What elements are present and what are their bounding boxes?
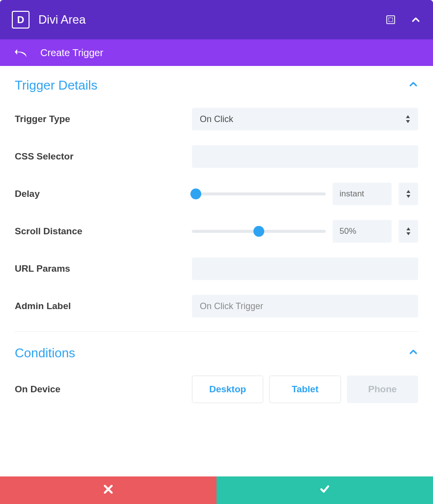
- app-title: Divi Area: [38, 13, 386, 27]
- field-admin-label: Admin Label: [15, 295, 418, 317]
- slider-delay[interactable]: [192, 192, 326, 195]
- section-title-conditions: Conditions: [15, 346, 75, 361]
- field-trigger-type: Trigger Type On Click: [15, 108, 418, 130]
- label-on-device: On Device: [15, 384, 192, 395]
- device-btn-desktop[interactable]: Desktop: [192, 376, 263, 403]
- field-on-device: On Device DesktopTabletPhone: [15, 376, 418, 403]
- close-icon: [103, 483, 113, 497]
- label-css-selector: CSS Selector: [15, 151, 192, 162]
- input-url-params[interactable]: [192, 257, 418, 280]
- slider-unit-scroll[interactable]: [399, 220, 418, 243]
- section-title-trigger: Trigger Details: [15, 78, 97, 93]
- select-trigger-type-value: On Click: [200, 114, 233, 125]
- section-header-trigger[interactable]: Trigger Details: [15, 78, 418, 93]
- input-admin-label[interactable]: [192, 295, 418, 317]
- select-trigger-type[interactable]: On Click: [192, 108, 418, 130]
- slider-value-scroll[interactable]: 50%: [333, 220, 392, 243]
- slider-value-delay[interactable]: instant: [333, 183, 392, 205]
- app-logo-icon: D: [12, 11, 30, 29]
- label-url-params: URL Params: [15, 263, 192, 274]
- app-logo-letter: D: [17, 14, 24, 26]
- cancel-button[interactable]: [0, 476, 216, 504]
- chevron-up-icon: [408, 79, 418, 92]
- sort-icon: [405, 115, 410, 123]
- slider-scroll-distance[interactable]: [192, 230, 326, 233]
- slider-unit-delay[interactable]: [399, 183, 418, 205]
- label-scroll-distance: Scroll Distance: [15, 226, 192, 237]
- collapse-chevron-icon[interactable]: [410, 14, 421, 25]
- chevron-up-icon: [408, 347, 418, 360]
- check-icon: [319, 483, 330, 497]
- sub-header: Create Trigger: [0, 39, 433, 66]
- back-arrow-icon[interactable]: [15, 47, 28, 58]
- slider-thumb-delay[interactable]: [190, 189, 201, 199]
- content-area: Trigger Details Trigger Type On Click CS…: [0, 66, 433, 417]
- footer-actions: [0, 476, 433, 504]
- label-delay: Delay: [15, 189, 192, 199]
- header-actions: [386, 14, 421, 25]
- label-admin-label: Admin Label: [15, 301, 192, 312]
- section-header-conditions[interactable]: Conditions: [15, 346, 418, 361]
- section-trigger-details: Trigger Details Trigger Type On Click CS…: [15, 78, 418, 332]
- app-header: D Divi Area: [0, 0, 433, 39]
- svg-rect-0: [387, 16, 395, 24]
- sub-header-title: Create Trigger: [40, 47, 103, 59]
- field-scroll-distance: Scroll Distance 50%: [15, 220, 418, 243]
- field-url-params: URL Params: [15, 257, 418, 280]
- section-conditions: Conditions On Device DesktopTabletPhone: [15, 346, 418, 417]
- expand-icon[interactable]: [386, 15, 396, 25]
- slider-thumb-scroll[interactable]: [253, 226, 264, 237]
- device-btn-tablet[interactable]: Tablet: [269, 376, 340, 403]
- label-trigger-type: Trigger Type: [15, 114, 192, 125]
- confirm-button[interactable]: [216, 476, 433, 504]
- field-delay: Delay instant: [15, 183, 418, 205]
- field-css-selector: CSS Selector: [15, 145, 418, 168]
- input-css-selector[interactable]: [192, 145, 418, 168]
- device-btn-phone[interactable]: Phone: [347, 376, 418, 403]
